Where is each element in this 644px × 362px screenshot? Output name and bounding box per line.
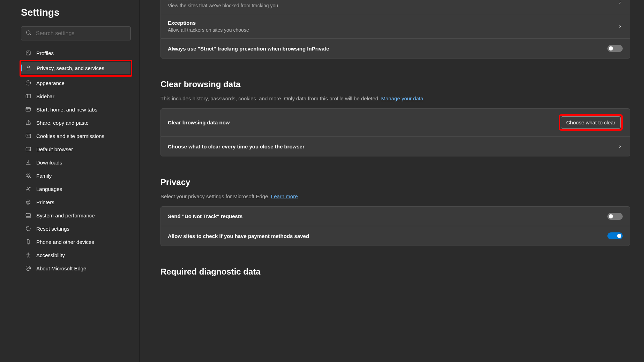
svg-rect-4 xyxy=(27,68,30,70)
appearance-icon xyxy=(25,79,32,86)
svg-point-10 xyxy=(27,109,28,110)
sidebar-item-label: Default browser xyxy=(36,146,73,152)
share-icon xyxy=(25,119,32,126)
privacy-card: Send "Do Not Track" requests Allow sites… xyxy=(160,206,630,246)
privacy-desc: Select your privacy settings for Microso… xyxy=(160,193,630,199)
settings-sidebar: Settings ProfilesPrivacy, search, and se… xyxy=(0,0,140,362)
sidebar-item-label: Phone and other devices xyxy=(36,239,94,245)
sidebar-item-label: Start, home, and new tabs xyxy=(36,107,97,113)
sidebar-item-lock[interactable]: Privacy, search, and services xyxy=(21,62,130,74)
sidebar-item-label: Languages xyxy=(36,186,62,192)
profile-icon xyxy=(25,49,32,56)
chevron-right-icon xyxy=(617,0,623,5)
sidebar-item-start[interactable]: Start, home, and new tabs xyxy=(21,103,131,116)
svg-point-0 xyxy=(27,31,30,34)
svg-rect-6 xyxy=(26,94,31,98)
svg-point-12 xyxy=(27,136,28,136)
tracking-prevention-card: Blocked trackers View the sites that we'… xyxy=(160,0,630,59)
sidebar-item-appearance[interactable]: Appearance xyxy=(21,77,131,89)
sidebar-item-label: System and performance xyxy=(36,213,95,218)
family-icon xyxy=(25,172,32,179)
privacy-heading: Privacy xyxy=(160,177,630,187)
exceptions-row[interactable]: Exceptions Allow all trackers on sites y… xyxy=(161,14,630,39)
edge-icon xyxy=(25,265,32,272)
sidebar-item-system[interactable]: System and performance xyxy=(21,209,131,222)
sidebar-item-label: Reset settings xyxy=(36,226,69,232)
do-not-track-toggle[interactable] xyxy=(607,213,623,220)
phone-icon xyxy=(25,238,32,245)
sidebar-item-label: About Microsoft Edge xyxy=(36,265,86,271)
svg-point-3 xyxy=(28,52,29,53)
sidebar-item-label: Sidebar xyxy=(36,93,54,99)
svg-rect-19 xyxy=(27,201,30,203)
sidebar-item-download[interactable]: Downloads xyxy=(21,156,131,169)
sidebar-item-accessibility[interactable]: Accessibility xyxy=(21,249,131,261)
choose-what-to-clear-button[interactable]: Choose what to clear xyxy=(561,116,621,129)
sidebar-item-default-browser[interactable]: Default browser xyxy=(21,143,131,155)
start-icon xyxy=(25,106,32,113)
sidebar-item-highlight: Privacy, search, and services xyxy=(20,60,132,77)
clear-data-desc: This includes history, passwords, cookie… xyxy=(160,95,630,101)
sidebar-item-edge[interactable]: About Microsoft Edge xyxy=(21,262,131,275)
sidebar-item-label: Cookies and site permissions xyxy=(36,133,104,139)
sidebar-item-label: Privacy, search, and services xyxy=(37,65,104,71)
strict-inprivate-row: Always use "Strict" tracking prevention … xyxy=(161,39,630,58)
payment-methods-title: Allow sites to check if you have payment… xyxy=(168,233,607,239)
svg-point-15 xyxy=(29,149,31,151)
blocked-trackers-sub: View the sites that we've blocked from t… xyxy=(168,3,617,8)
sidebar-item-label: Family xyxy=(36,173,52,179)
diagnostic-heading: Required diagnostic data xyxy=(160,267,630,277)
payment-methods-row: Allow sites to check if you have payment… xyxy=(161,226,630,246)
chevron-right-icon xyxy=(617,24,623,29)
sidebar-item-sidebar[interactable]: Sidebar xyxy=(21,90,131,102)
clear-data-now-title: Clear browsing data now xyxy=(168,120,559,125)
svg-rect-20 xyxy=(27,200,29,201)
strict-inprivate-toggle[interactable] xyxy=(607,45,623,52)
svg-line-1 xyxy=(30,34,31,35)
do-not-track-title: Send "Do Not Track" requests xyxy=(168,213,607,219)
privacy-desc-text: Select your privacy settings for Microso… xyxy=(160,193,271,199)
printer-icon xyxy=(25,199,32,206)
default-browser-icon xyxy=(25,146,32,153)
sidebar-item-cookies[interactable]: Cookies and site permissions xyxy=(21,130,131,142)
blocked-trackers-row[interactable]: Blocked trackers View the sites that we'… xyxy=(161,0,630,14)
sidebar-item-family[interactable]: Family xyxy=(21,169,131,182)
privacy-learn-more-link[interactable]: Learn more xyxy=(271,193,298,199)
chevron-right-icon xyxy=(617,144,623,149)
download-icon xyxy=(25,159,32,166)
sidebar-item-printer[interactable]: Printers xyxy=(21,196,131,208)
sidebar-icon xyxy=(25,93,32,100)
sidebar-item-phone[interactable]: Phone and other devices xyxy=(21,236,131,248)
manage-your-data-link[interactable]: Manage your data xyxy=(381,95,424,101)
sidebar-item-language[interactable]: Languages xyxy=(21,183,131,195)
blocked-trackers-title: Blocked trackers xyxy=(168,0,617,1)
sidebar-item-share[interactable]: Share, copy and paste xyxy=(21,116,131,129)
settings-nav: ProfilesPrivacy, search, and servicesApp… xyxy=(21,47,131,275)
sidebar-item-label: Printers xyxy=(36,199,54,205)
svg-point-17 xyxy=(29,174,30,176)
settings-search[interactable] xyxy=(21,26,131,40)
search-input[interactable] xyxy=(36,30,126,37)
system-icon xyxy=(25,212,32,219)
clear-data-now-row: Clear browsing data now Choose what to c… xyxy=(161,109,630,137)
sidebar-item-reset[interactable]: Reset settings xyxy=(21,222,131,235)
accessibility-icon xyxy=(25,252,32,259)
svg-point-13 xyxy=(29,136,30,136)
reset-icon xyxy=(25,225,32,232)
clear-data-heading: Clear browsing data xyxy=(160,79,630,89)
payment-methods-toggle[interactable] xyxy=(607,232,623,239)
settings-title: Settings xyxy=(21,7,131,18)
sidebar-item-label: Appearance xyxy=(36,80,65,86)
svg-point-16 xyxy=(27,174,28,176)
sidebar-item-label: Share, copy and paste xyxy=(36,120,89,126)
svg-point-26 xyxy=(28,253,29,254)
sidebar-item-profile[interactable]: Profiles xyxy=(21,47,131,59)
clear-data-card: Clear browsing data now Choose what to c… xyxy=(160,108,630,156)
sidebar-item-label: Profiles xyxy=(36,50,54,56)
language-icon xyxy=(25,185,32,192)
strict-inprivate-title: Always use "Strict" tracking prevention … xyxy=(168,46,607,52)
choose-what-to-clear-highlight: Choose what to clear xyxy=(559,114,623,131)
svg-rect-22 xyxy=(26,214,31,217)
cookies-icon xyxy=(25,132,32,139)
clear-on-close-row[interactable]: Choose what to clear every time you clos… xyxy=(161,137,630,156)
